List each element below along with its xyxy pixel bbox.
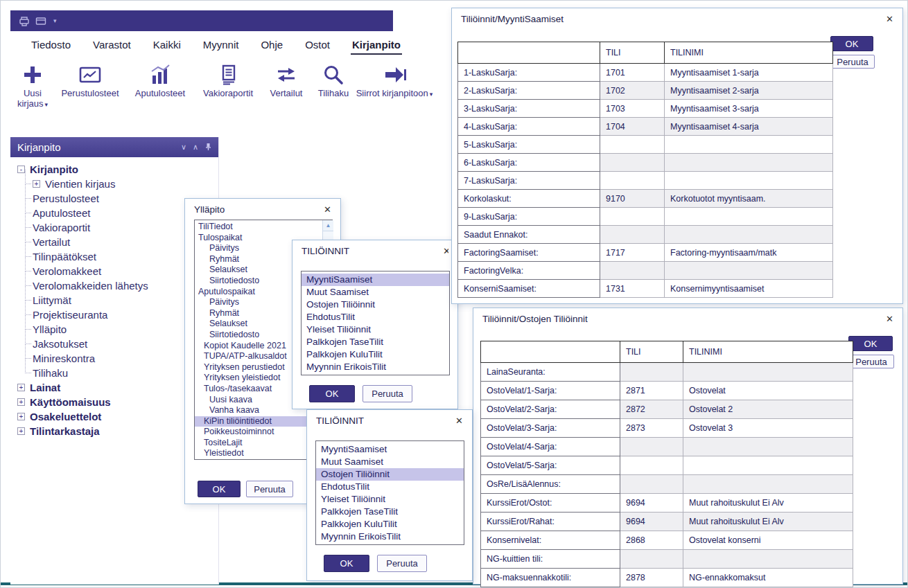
aux-reports-button[interactable]: Aputulosteet: [125, 59, 195, 98]
list-item[interactable]: Muut Saamiset: [302, 286, 449, 299]
list-item[interactable]: Yleiset Tiliöinnit: [316, 493, 464, 506]
ok-button[interactable]: OK: [848, 336, 893, 351]
tab-tiedosto[interactable]: Tiedosto: [20, 31, 82, 57]
tree-item[interactable]: + Vientien kirjaus: [16, 177, 218, 191]
tree-expander-icon[interactable]: +: [33, 180, 40, 188]
list-item[interactable]: Ostojen Tiliöinnit: [316, 468, 464, 481]
close-icon[interactable]: ✕: [324, 205, 331, 214]
tili-cell[interactable]: [600, 226, 665, 244]
tab-kirjanpito[interactable]: Kirjanpito: [341, 31, 412, 57]
tilinimi-cell[interactable]: Ostovelat 3: [683, 419, 853, 438]
list-item[interactable]: Myynnin ErikoisTilit: [316, 531, 464, 543]
ok-button[interactable]: OK: [830, 36, 873, 51]
tili-cell[interactable]: 1701: [600, 64, 665, 82]
tili-cell[interactable]: 1702: [600, 82, 665, 100]
tili-cell[interactable]: 1731: [600, 280, 665, 298]
tree-expander-icon[interactable]: -: [17, 166, 25, 173]
tili-cell[interactable]: 2868: [620, 531, 683, 550]
list-item[interactable]: Myynnin ErikoisTilit: [302, 361, 449, 373]
tilinimi-cell[interactable]: Muut rahoituskulut Ei Alv: [683, 494, 853, 513]
list-item[interactable]: Yleiset Tiliöinnit: [302, 323, 449, 336]
tilinimi-cell[interactable]: Myyntisaamiset 1-sarja: [665, 64, 833, 82]
tilinimi-cell[interactable]: Konsernimyyntisaamiset: [665, 280, 833, 298]
cancel-button[interactable]: Peruuta: [246, 481, 293, 497]
new-entry-button[interactable]: Uusi kirjaus▾: [10, 59, 55, 109]
tili-cell[interactable]: [620, 363, 683, 382]
list-item[interactable]: Palkkojen KuluTilit: [302, 348, 449, 361]
tilinimi-cell[interactable]: [665, 154, 833, 172]
tilinimi-cell[interactable]: Ostovelat konserni: [683, 531, 853, 550]
tilinimi-cell[interactable]: Korkotuotot myyntisaam.: [665, 190, 833, 208]
tili-cell[interactable]: [620, 475, 683, 494]
tili-cell[interactable]: [620, 456, 683, 475]
ok-button[interactable]: OK: [324, 555, 369, 572]
tili-cell[interactable]: [620, 438, 683, 456]
tab-kaikki[interactable]: Kaikki: [142, 31, 192, 57]
tree-expander-icon[interactable]: +: [17, 413, 25, 420]
tili-cell[interactable]: 1717: [600, 244, 665, 262]
close-icon[interactable]: ✕: [886, 15, 893, 24]
tilinimi-cell[interactable]: Muut rahoituskulut Ei Alv: [683, 513, 853, 531]
tab-ostot[interactable]: Ostot: [294, 31, 341, 57]
tree-item[interactable]: - Kirjanpito: [16, 162, 218, 177]
tili-cell[interactable]: 2873: [620, 419, 683, 438]
tab-varastot[interactable]: Varastot: [82, 31, 142, 57]
basic-reports-button[interactable]: Perustulosteet: [55, 59, 125, 98]
tili-cell[interactable]: [600, 208, 665, 226]
list-item[interactable]: MyyntiSaamiset: [302, 274, 449, 286]
tilinimi-cell[interactable]: Ostovelat 2: [683, 400, 853, 419]
tilinimi-cell[interactable]: [683, 438, 853, 456]
print-icon[interactable]: [19, 16, 30, 26]
tili-cell[interactable]: 2878: [620, 569, 683, 587]
tili-cell[interactable]: [600, 262, 665, 280]
transfer-to-accounting-button[interactable]: Siirrot kirjanpitoon▾: [356, 59, 433, 98]
tree-expander-icon[interactable]: +: [17, 398, 25, 406]
tilinimi-cell[interactable]: Myyntisaamiset 2-sarja: [665, 82, 833, 100]
tili-cell[interactable]: 2871: [620, 382, 683, 400]
tilinimi-cell[interactable]: [665, 262, 833, 280]
tilinimi-cell[interactable]: [665, 136, 833, 154]
tilinimi-cell[interactable]: [665, 172, 833, 190]
list-item[interactable]: Muut Saamiset: [316, 456, 464, 468]
tilinimi-cell[interactable]: [665, 208, 833, 226]
tree-expander-icon[interactable]: +: [17, 427, 25, 435]
quick-access-caret-icon[interactable]: ▾: [53, 17, 57, 24]
ok-button[interactable]: OK: [198, 481, 241, 497]
list-item[interactable]: Palkkojen TaseTilit: [316, 506, 464, 518]
tree-expander-icon[interactable]: +: [17, 384, 25, 391]
tili-cell[interactable]: 9694: [620, 513, 683, 531]
scroll-up-icon[interactable]: ▲: [323, 220, 333, 231]
close-icon[interactable]: ✕: [443, 247, 448, 256]
ok-button[interactable]: OK: [309, 385, 355, 402]
cancel-button[interactable]: Peruuta: [377, 555, 427, 572]
tilinimi-cell[interactable]: Myyntisaamiset 3-sarja: [665, 100, 833, 118]
standard-reports-button[interactable]: Vakioraportit: [195, 59, 261, 98]
tili-cell[interactable]: [620, 550, 683, 569]
chevron-down-icon[interactable]: ∨: [181, 143, 186, 152]
tili-cell[interactable]: 9170: [600, 190, 665, 208]
tilinimi-cell[interactable]: [683, 456, 853, 475]
tilinimi-cell[interactable]: [683, 363, 853, 382]
tili-cell[interactable]: 9694: [620, 494, 683, 513]
tilinimi-cell[interactable]: Factoring-myyntisaam/matk: [665, 244, 833, 262]
tab-myynnit[interactable]: Myynnit: [192, 31, 250, 57]
tilinimi-cell[interactable]: [665, 226, 833, 244]
list-item[interactable]: TiliTiedot: [195, 222, 332, 233]
chevron-up-icon[interactable]: ∧: [193, 143, 198, 152]
list-item[interactable]: Palkkojen KuluTilit: [316, 518, 464, 531]
close-icon[interactable]: ✕: [886, 314, 893, 323]
tili-cell[interactable]: 1703: [600, 100, 665, 118]
account-search-button[interactable]: Tilihaku: [311, 59, 356, 98]
tilinimi-cell[interactable]: Myyntisaamiset 4-sarja: [665, 118, 833, 136]
list-item[interactable]: Ostojen Tiliöinnit: [302, 299, 449, 311]
list-item[interactable]: MyyntiSaamiset: [316, 443, 464, 456]
tab-ohje[interactable]: Ohje: [250, 31, 294, 57]
tili-cell[interactable]: [600, 136, 665, 154]
tilinimi-cell[interactable]: Ostovelat: [683, 382, 853, 400]
window-icon[interactable]: [35, 16, 46, 26]
tili-cell[interactable]: [600, 154, 665, 172]
pin-icon[interactable]: [204, 143, 212, 152]
tili-cell[interactable]: 2872: [620, 400, 683, 419]
list-item[interactable]: Palkkojen TaseTilit: [302, 336, 449, 348]
cancel-button[interactable]: Peruuta: [830, 55, 875, 69]
